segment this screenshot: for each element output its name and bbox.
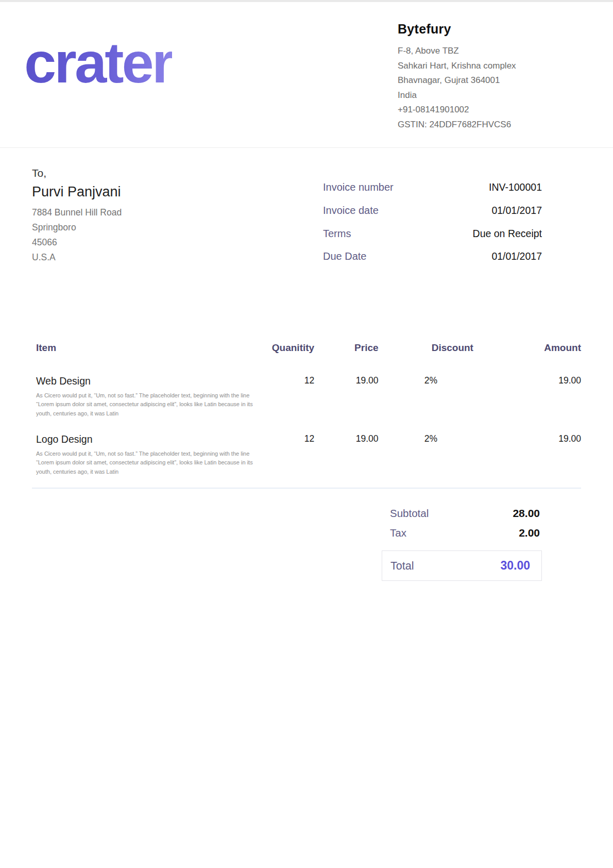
- subtotal-value: 28.00: [513, 507, 540, 520]
- total-value: 30.00: [500, 559, 530, 573]
- item-quantity: 12: [258, 418, 314, 476]
- company-address-line: Bhavnagar, Gujrat 364001: [398, 73, 547, 88]
- tax-label: Tax: [390, 527, 406, 539]
- company-name: Bytefury: [398, 22, 547, 37]
- recipient-and-meta-row: To, Purvi Panjvani 7884 Bunnel Hill Road…: [32, 165, 581, 265]
- item-description: As Cicero would put it, “Um, not so fast…: [36, 449, 255, 476]
- table-row: Web Design As Cicero would put it, “Um, …: [32, 360, 581, 418]
- items-table: Item Quanitity Price Discount Amount Web…: [32, 342, 581, 476]
- invoice-number-value: INV-100001: [394, 180, 542, 194]
- subtotal-label: Subtotal: [390, 507, 429, 520]
- column-header-item: Item: [32, 342, 258, 360]
- due-date-value: 01/01/2017: [394, 249, 542, 263]
- item-cell: Web Design As Cicero would put it, “Um, …: [32, 360, 258, 418]
- company-phone: +91-08141901002: [398, 103, 547, 118]
- total-label: Total: [390, 560, 414, 573]
- item-amount: 19.00: [473, 418, 581, 476]
- total-box: Total 30.00: [382, 550, 542, 581]
- crater-logo: crater: [24, 34, 172, 92]
- item-price: 19.00: [314, 418, 378, 476]
- terms-value: Due on Receipt: [394, 227, 542, 241]
- items-header-row: Item Quanitity Price Discount Amount: [32, 342, 581, 360]
- item-discount: 2%: [379, 418, 473, 476]
- invoice-body: To, Purvi Panjvani 7884 Bunnel Hill Road…: [0, 165, 613, 581]
- item-amount: 19.00: [473, 360, 581, 418]
- item-discount: 2%: [379, 360, 473, 418]
- column-header-discount: Discount: [379, 342, 473, 360]
- terms-label: Terms: [323, 226, 394, 241]
- company-gstin: GSTIN: 24DDF7682FHVCS6: [398, 118, 547, 132]
- column-header-amount: Amount: [473, 342, 581, 360]
- totals-block: Subtotal 28.00 Tax 2.00 Total 30.00: [390, 507, 581, 581]
- company-address-line: India: [398, 88, 547, 103]
- tax-value: 2.00: [519, 527, 540, 539]
- items-divider: [32, 488, 581, 489]
- invoice-header: crater Bytefury F-8, Above TBZ Sahkari H…: [0, 2, 613, 148]
- invoice-page: crater Bytefury F-8, Above TBZ Sahkari H…: [0, 0, 613, 868]
- subtotal-row: Subtotal 28.00: [390, 507, 581, 520]
- invoice-meta-block: Invoice number INV-100001 Invoice date 0…: [323, 180, 542, 265]
- to-label: To,: [32, 165, 122, 181]
- item-cell: Logo Design As Cicero would put it, “Um,…: [32, 418, 258, 476]
- column-header-quantity: Quanitity: [258, 342, 314, 360]
- company-block: Bytefury F-8, Above TBZ Sahkari Hart, Kr…: [398, 20, 547, 132]
- company-address-line: F-8, Above TBZ: [398, 44, 547, 59]
- item-price: 19.00: [314, 360, 378, 418]
- item-description: As Cicero would put it, “Um, not so fast…: [36, 391, 255, 418]
- recipient-address-line: U.S.A: [32, 250, 122, 265]
- recipient-address-line: Springboro: [32, 220, 122, 235]
- invoice-date-value: 01/01/2017: [394, 204, 542, 218]
- column-header-price: Price: [314, 342, 378, 360]
- due-date-label: Due Date: [323, 249, 394, 263]
- tax-row: Tax 2.00: [390, 527, 581, 539]
- recipient-name: Purvi Panjvani: [32, 184, 122, 200]
- invoice-date-label: Invoice date: [323, 203, 394, 218]
- bill-to-block: To, Purvi Panjvani 7884 Bunnel Hill Road…: [32, 165, 122, 265]
- recipient-address-line: 45066: [32, 235, 122, 250]
- recipient-address-line: 7884 Bunnel Hill Road: [32, 205, 122, 220]
- table-row: Logo Design As Cicero would put it, “Um,…: [32, 418, 581, 476]
- item-name: Web Design: [36, 375, 258, 387]
- company-address-line: Sahkari Hart, Krishna complex: [398, 59, 547, 74]
- item-quantity: 12: [258, 360, 314, 418]
- item-name: Logo Design: [36, 433, 258, 445]
- invoice-number-label: Invoice number: [323, 180, 394, 194]
